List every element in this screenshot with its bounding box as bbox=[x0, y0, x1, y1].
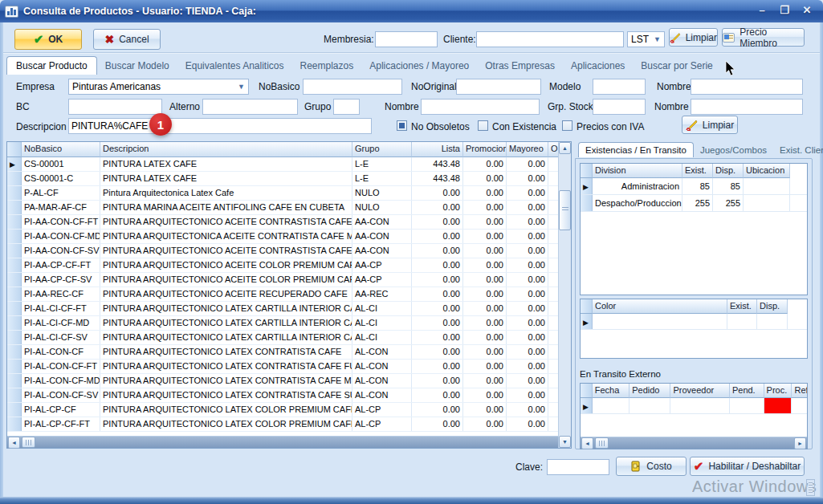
limpiar-top-button[interactable]: Limpiar bbox=[669, 28, 718, 47]
modelo-input[interactable] bbox=[593, 79, 646, 95]
nobasico-input[interactable] bbox=[303, 79, 402, 95]
col-header-exist[interactable]: Exist. bbox=[727, 299, 757, 314]
descripcion-label: Descripcion bbox=[16, 121, 67, 132]
cell-promocion: 0.00 bbox=[463, 388, 507, 402]
tab-aplicaciones[interactable]: Aplicaciones bbox=[563, 57, 633, 75]
tab-exist-cliente[interactable]: Exist. Cliente bbox=[773, 143, 823, 157]
table-row[interactable]: PI-AA-CP-CF-FT PINTURA ARQUITECTONICO AC… bbox=[7, 258, 571, 273]
table-row[interactable] bbox=[581, 398, 807, 414]
table-row[interactable]: PI-AA-CON-CF-FT PINTURA ARQUITECTONICO A… bbox=[7, 215, 571, 230]
limpiar-filter-button[interactable]: Limpiar bbox=[682, 116, 738, 134]
scroll-left-icon[interactable]: ◄ bbox=[581, 437, 593, 449]
scroll-down-icon[interactable]: ▼ bbox=[559, 436, 571, 448]
tab-aplicaciones-mayoreo[interactable]: Aplicaciones / Mayoreo bbox=[361, 57, 477, 75]
empresa-dropdown[interactable]: Pinturas Americanas ▼ bbox=[68, 79, 249, 95]
scroll-left-icon[interactable]: ◄ bbox=[8, 437, 20, 449]
cliente-input[interactable] bbox=[476, 31, 624, 47]
table-row[interactable]: PI-AL-CP-CF-FT PINTURA ARQUITECTONICO LA… bbox=[7, 417, 571, 432]
col-header-lista[interactable]: Lista bbox=[412, 142, 463, 157]
close-button[interactable]: ✕ bbox=[801, 5, 813, 16]
nombre1-input[interactable] bbox=[691, 79, 803, 95]
clave-input[interactable] bbox=[547, 459, 609, 475]
vertical-scroll-thumb[interactable] bbox=[559, 190, 571, 230]
col-header-pedido[interactable]: Pedido bbox=[629, 384, 670, 398]
precio-miembro-button[interactable]: Precio Miembro bbox=[722, 28, 805, 47]
tab-existencias-en-transito[interactable]: Existencias / En Transito bbox=[578, 142, 694, 157]
tab-equivalentes-analiticos[interactable]: Equivalentes Analiticos bbox=[177, 57, 292, 75]
precios-iva-checkbox[interactable] bbox=[562, 120, 572, 131]
horizontal-scrollbar[interactable]: ◄ ► bbox=[581, 437, 807, 449]
grupo-input[interactable] bbox=[333, 99, 360, 115]
tab-buscar-producto[interactable]: Buscar Producto bbox=[6, 56, 97, 75]
col-header-disp[interactable]: Disp. bbox=[713, 164, 744, 178]
col-header-color[interactable]: Color bbox=[593, 299, 727, 314]
table-row[interactable]: PI-AL-CP-CF PINTURA ARQUITECTONICO LATEX… bbox=[7, 403, 571, 417]
cancel-button[interactable]: ✖ Cancel bbox=[93, 29, 161, 50]
table-row[interactable]: PI-AA-CON-CF-MD PINTURA ARQUITECTONICA A… bbox=[7, 230, 571, 244]
table-row[interactable]: Administracion 85 85 bbox=[581, 178, 807, 195]
scroll-right-icon[interactable]: ► bbox=[794, 437, 806, 449]
tab-otras-empresas[interactable]: Otras Empresas bbox=[477, 57, 563, 75]
table-row[interactable]: PI-AL-CI-CF-FT PINTURA ARQUITECTONICO LA… bbox=[7, 302, 571, 316]
table-row[interactable]: Despacho/Produccion 255 255 bbox=[581, 195, 807, 212]
table-row[interactable]: P-AL-CF Pintura Arquitectonica Latex Caf… bbox=[7, 186, 571, 201]
con-existencia-checkbox[interactable] bbox=[478, 120, 488, 131]
habilitar-deshabilitar-button[interactable]: ✔ Habilitar / Deshabiltar bbox=[690, 457, 805, 476]
cell-nobasico: PI-AL-CON-CF-FT bbox=[22, 360, 100, 373]
table-row[interactable]: PI-AL-CI-CF-MD PINTURA ARQUITECTONICO LA… bbox=[7, 316, 571, 331]
col-header-fecha[interactable]: Fecha bbox=[593, 384, 629, 398]
table-row[interactable] bbox=[581, 314, 807, 330]
nooriginal-input[interactable] bbox=[456, 79, 541, 95]
table-row[interactable]: PI-AA-REC-CF PINTURA ARQUITECTONICO ACEI… bbox=[7, 287, 571, 302]
tab-buscar-por-serie[interactable]: Buscar por Serie bbox=[633, 57, 720, 75]
nombre2-input[interactable] bbox=[421, 99, 540, 115]
horizontal-scroll-thumb[interactable] bbox=[595, 437, 609, 449]
descripcion-input[interactable] bbox=[68, 118, 372, 134]
col-header-nobasico[interactable]: NoBasico bbox=[22, 142, 100, 157]
no-obsoletos-checkbox[interactable] bbox=[397, 120, 407, 131]
maximize-button[interactable]: ❐ bbox=[778, 5, 791, 16]
tab-reemplazos[interactable]: Reemplazos bbox=[292, 57, 362, 75]
nombre3-input[interactable] bbox=[691, 99, 803, 115]
horizontal-scroll-thumb[interactable] bbox=[22, 437, 35, 448]
col-header-descripcion[interactable]: Descripcion bbox=[100, 142, 352, 157]
horizontal-scrollbar[interactable]: ◄ bbox=[7, 436, 558, 448]
col-header-ubicacion[interactable]: Ubicacion bbox=[744, 164, 790, 178]
vertical-scrollbar[interactable]: ▲ ▼ bbox=[558, 142, 571, 448]
minimize-button[interactable]: – bbox=[756, 5, 768, 16]
ok-button[interactable]: ✔ OK bbox=[14, 29, 82, 50]
cell-promocion: 0.00 bbox=[463, 345, 507, 359]
table-row[interactable]: PA-MAR-AF-CF PINTURA MARINA ACEITE ANTIF… bbox=[7, 201, 571, 215]
table-row[interactable]: CS-00001 PINTURA LATEX CAFE L-E 443.48 0… bbox=[7, 157, 571, 172]
col-header-promocion[interactable]: Promocion bbox=[463, 142, 507, 157]
table-row[interactable]: PI-AA-CON-CF-SV PINTURA ARQUITECTONICO A… bbox=[7, 244, 571, 258]
membresia-input[interactable] bbox=[375, 31, 438, 47]
alterno-input[interactable] bbox=[202, 99, 298, 115]
bc-input[interactable] bbox=[68, 99, 162, 115]
col-header-disp[interactable]: Disp. bbox=[757, 299, 788, 314]
table-row[interactable]: PI-AL-CON-CF-MD PINTURA ARQUITECTONICO L… bbox=[7, 374, 571, 388]
col-header-division[interactable]: Division bbox=[593, 164, 682, 178]
col-header-refe[interactable]: Refe bbox=[792, 384, 807, 398]
lst-dropdown[interactable]: LST ▼ bbox=[627, 31, 665, 47]
col-header-mayoreo[interactable]: Mayoreo bbox=[507, 142, 548, 157]
table-row[interactable]: PI-AL-CON-CF-SV PINTURA ARQUITECTONICO L… bbox=[7, 388, 571, 403]
table-row[interactable]: PI-AL-CON-CF PINTURA ARQUITECTONICO LATE… bbox=[7, 345, 571, 360]
table-row[interactable]: PI-AL-CON-CF-FT PINTURA ARQUITECTONICO L… bbox=[7, 360, 571, 374]
tab-buscar-modelo[interactable]: Buscar Modelo bbox=[97, 57, 177, 75]
col-header-grupo[interactable]: Grupo bbox=[352, 142, 412, 157]
table-row[interactable]: CS-00001-C PINTURA LATEX CAFE L-E 443.48… bbox=[7, 172, 571, 186]
app-window: Consulta de Productos - Usuario: TIENDA … bbox=[0, 0, 823, 504]
tab-juegos-combos[interactable]: Juegos/Combos bbox=[694, 143, 773, 157]
table-row[interactable]: PI-AA-CP-CF-SV PINTURA ARQUITECTONICO AC… bbox=[7, 273, 571, 287]
table-row[interactable]: PI-AL-CI-CF-SV PINTURA ARQUITECTONICO LA… bbox=[7, 331, 571, 345]
costo-button[interactable]: Costo bbox=[616, 457, 687, 476]
grp-stock-input[interactable] bbox=[593, 99, 646, 115]
col-header-o[interactable]: O bbox=[548, 142, 558, 157]
col-header-proveedor[interactable]: Proveedor bbox=[670, 384, 729, 398]
col-header-proc[interactable]: Proc. bbox=[764, 384, 792, 398]
col-header-pend[interactable]: Pend. bbox=[730, 384, 764, 398]
scroll-up-icon[interactable]: ▲ bbox=[559, 142, 571, 154]
cell-promocion: 0.00 bbox=[463, 172, 507, 185]
col-header-exist[interactable]: Exist. bbox=[682, 164, 713, 178]
